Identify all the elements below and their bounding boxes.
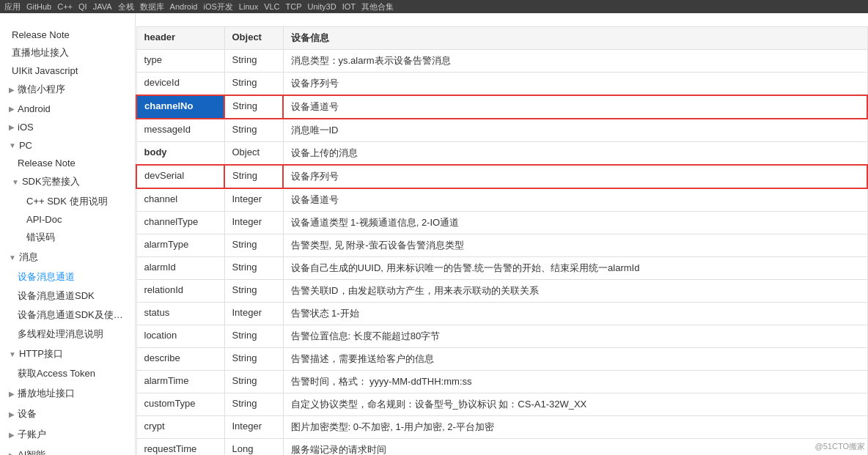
field-desc: 设备序列号: [283, 73, 867, 96]
field-desc: 设备通道号: [283, 188, 867, 212]
field-name: status: [136, 303, 224, 325]
main-content: header Object 设备信息 typeString消息类型：ys.ala…: [136, 13, 868, 455]
table-row: typeString消息类型：ys.alarm表示设备告警消息: [136, 50, 867, 73]
sidebar-item-multi-process[interactable]: 多线程处理消息说明: [0, 325, 135, 344]
sidebar-group-pc[interactable]: ▼ PC: [0, 136, 135, 155]
topbar-vlc[interactable]: VLC: [264, 2, 279, 11]
sidebar-group-sub-account-label: 子账户: [18, 428, 46, 441]
sidebar-item-get-access-token[interactable]: 获取Access Token: [0, 364, 135, 383]
table-header-desc: 设备信息: [283, 27, 867, 50]
field-type: String: [224, 95, 283, 119]
topbar: 应用 GitHub C++ QI JAVA 全栈 数据库 Android iOS…: [0, 0, 868, 13]
sidebar-group-weixin-label: 微信小程序: [18, 83, 65, 96]
sidebar-group-android[interactable]: ▶ Android: [0, 100, 135, 118]
table-header-field: header: [136, 27, 224, 50]
topbar-unity3d[interactable]: Unity3D: [308, 2, 336, 11]
field-type: Integer: [224, 212, 283, 234]
sidebar-group-device-label: 设备: [18, 407, 37, 421]
table-row: describeString告警描述，需要推送给客户的信息: [136, 348, 867, 371]
field-type: String: [224, 257, 283, 280]
chevron-right-icon: ▶: [9, 105, 15, 113]
topbar-qi[interactable]: QI: [78, 2, 87, 11]
table-row: locationString告警位置信息: 长度不能超过80字节: [136, 325, 867, 348]
topbar-cpp[interactable]: C++: [57, 2, 73, 11]
field-type: String: [224, 234, 283, 257]
field-name: relationId: [136, 280, 224, 303]
sidebar-group-ios[interactable]: ▶ iOS: [0, 118, 135, 136]
field-type: String: [224, 348, 283, 371]
field-desc: 设备序列号: [283, 165, 867, 188]
table-row: channelInteger设备通道号: [136, 188, 867, 212]
table-row: channelNoString设备通道号: [136, 95, 867, 119]
table-row: requestTimeLong服务端记录的请求时间: [136, 439, 867, 456]
field-type: String: [224, 371, 283, 393]
sidebar-group-message[interactable]: ▼ 消息: [0, 247, 135, 267]
chevron-right-icon: ▶: [9, 86, 15, 94]
field-desc: 图片加密类型: 0-不加密, 1-用户加密, 2-平台加密: [283, 416, 867, 439]
sidebar-group-ai-label: AI智能: [18, 448, 45, 455]
field-name: describe: [136, 348, 224, 371]
sidebar-group-message-label: 消息: [19, 251, 38, 264]
sidebar-group-playback-label: 播放地址接口: [18, 387, 75, 400]
chevron-right-icon: ▶: [9, 123, 15, 131]
sidebar-item-cpp-sdk[interactable]: C++ SDK 使用说明: [0, 192, 135, 211]
topbar-other[interactable]: 其他合集: [361, 1, 394, 12]
field-desc: 告警关联ID，由发起联动方产生，用来表示联动的关联关系: [283, 280, 867, 303]
field-type: Long: [224, 439, 283, 456]
chevron-down-icon: ▼: [9, 350, 16, 358]
sidebar-item-release-note-top[interactable]: Release Note: [0, 26, 135, 43]
field-name: channelType: [136, 212, 224, 234]
topbar-db[interactable]: 数据库: [140, 1, 164, 12]
field-name: devSerial: [136, 165, 224, 188]
field-desc: 告警时间，格式： yyyy-MM-ddTHH:mm:ss: [283, 371, 867, 393]
chevron-right-icon: ▶: [9, 451, 15, 456]
sidebar-group-sdk-complete[interactable]: ▼ SDK完整接入: [0, 171, 135, 192]
topbar-android[interactable]: Android: [170, 2, 198, 11]
field-type: String: [224, 50, 283, 73]
topbar-full[interactable]: 全栈: [118, 1, 134, 12]
topbar-tcp[interactable]: TCP: [286, 2, 302, 11]
sidebar-item-device-msg-sdk[interactable]: 设备消息通道SDK: [0, 286, 135, 306]
topbar-app[interactable]: 应用: [4, 1, 21, 12]
table-row: alarmIdString设备自己生成的UUID, 用来标识唯一的告警.统一告警…: [136, 257, 867, 280]
field-desc: 告警状态 1-开始: [283, 303, 867, 325]
topbar-github[interactable]: GitHub: [26, 2, 51, 11]
sidebar-item-error-code[interactable]: 错误码: [0, 228, 135, 247]
field-name: location: [136, 325, 224, 348]
sidebar-item-device-msg-channel[interactable]: 设备消息通道: [0, 267, 135, 286]
field-name: messageId: [136, 119, 224, 142]
field-name: crypt: [136, 416, 224, 439]
sidebar-group-pc-label: PC: [19, 140, 32, 151]
field-type: String: [224, 165, 283, 188]
field-name: channel: [136, 188, 224, 212]
field-type: String: [224, 393, 283, 416]
topbar-iot[interactable]: IOT: [342, 2, 356, 11]
field-name: type: [136, 50, 224, 73]
field-desc: 消息唯一ID: [283, 119, 867, 142]
sidebar-item-device-msg-sdk-use[interactable]: 设备消息通道SDK及使用方法: [0, 306, 135, 325]
sidebar-item-release-note-pc[interactable]: Release Note: [0, 155, 135, 171]
sidebar-group-http[interactable]: ▼ HTTP接口: [0, 344, 135, 364]
sidebar-group-sub-account[interactable]: ▶ 子账户: [0, 424, 135, 445]
field-desc: 告警类型, 见 附录-萤石设备告警消息类型: [283, 234, 867, 257]
sidebar-group-weixin[interactable]: ▶ 微信小程序: [0, 79, 135, 100]
sidebar-group-sdk-label: SDK完整接入: [22, 175, 80, 188]
topbar-linux[interactable]: Linux: [239, 2, 258, 11]
table-row: cryptInteger图片加密类型: 0-不加密, 1-用户加密, 2-平台加…: [136, 416, 867, 439]
field-desc: 告警位置信息: 长度不能超过80字节: [283, 325, 867, 348]
field-name: body: [136, 142, 224, 166]
topbar-java[interactable]: JAVA: [93, 2, 112, 11]
sidebar-group-device[interactable]: ▶ 设备: [0, 404, 135, 424]
sidebar-item-uikit-js[interactable]: UIKit Javascript: [0, 62, 135, 79]
sidebar-item-api-doc[interactable]: API-Doc: [0, 211, 135, 228]
sidebar-group-ai[interactable]: ▶ AI智能: [0, 445, 135, 455]
chevron-down-icon: ▼: [12, 178, 19, 186]
sidebar-item-live-addr[interactable]: 直播地址接入: [0, 43, 135, 62]
topbar-ios-dev[interactable]: iOS开发: [203, 1, 232, 12]
table-row: messageIdString消息唯一ID: [136, 119, 867, 142]
sidebar-group-playback[interactable]: ▶ 播放地址接口: [0, 383, 135, 404]
field-desc: 设备通道号: [283, 95, 867, 119]
table-row: statusInteger告警状态 1-开始: [136, 303, 867, 325]
field-type: String: [224, 119, 283, 142]
field-type: Integer: [224, 303, 283, 325]
